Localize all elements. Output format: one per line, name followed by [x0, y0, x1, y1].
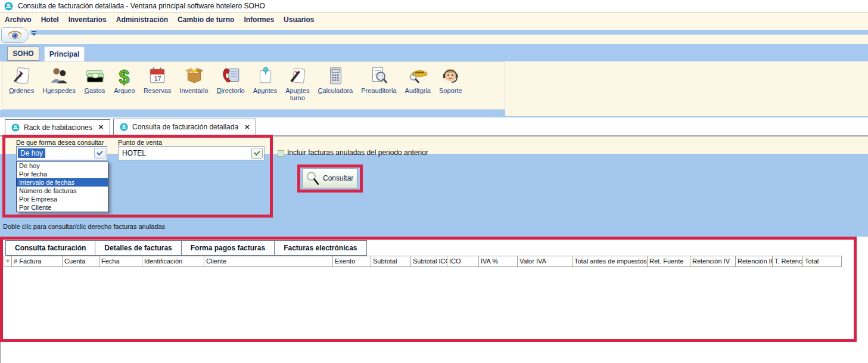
- pos-label: Punto de venta: [118, 139, 162, 146]
- orders-note-icon: [11, 66, 32, 86]
- menu-item-usuarios[interactable]: Usuarios: [279, 15, 319, 24]
- toolbar-options-icon[interactable]: [31, 31, 37, 38]
- results-tab-forma-pagos-facturas[interactable]: Forma pagos facturas: [181, 240, 275, 256]
- svg-text:$: $: [119, 66, 129, 86]
- menu-item-informes[interactable]: Informes: [239, 15, 279, 24]
- inventory-box-icon: [183, 65, 205, 86]
- ribbon-button-label: Preauditoria: [361, 87, 396, 94]
- grid-column-header-cuenta[interactable]: Cuenta: [63, 256, 99, 266]
- consultar-button[interactable]: Consultar: [302, 168, 357, 188]
- menu-item-cambio-de-turno[interactable]: Cambio de turno: [173, 15, 239, 24]
- dropdown-option-de-hoy[interactable]: De hoy: [17, 162, 108, 170]
- reservations-calendar-icon: 17: [147, 65, 168, 86]
- expenses-money-icon: [84, 65, 105, 86]
- ribbon-button-directorio[interactable]: Directorio: [213, 63, 249, 94]
- query-mode-dropdown-list: De hoyPor fechaIntervalo de fechasNúmero…: [16, 161, 108, 212]
- results-tab-detalles-de-facturas[interactable]: Detalles de facturas: [95, 240, 181, 256]
- ribbon-button-reservas[interactable]: 17Reservas: [139, 63, 175, 94]
- menu-item-hotel[interactable]: Hotel: [36, 15, 64, 24]
- quick-access-toolbar: [0, 27, 868, 44]
- calculator-icon: [325, 65, 346, 86]
- close-icon[interactable]: ✕: [244, 123, 250, 131]
- dropdown-option-numero-de-facturas[interactable]: Número de facturas: [17, 187, 108, 195]
- grid-column-header-iva-[interactable]: IVA %: [479, 256, 518, 266]
- shift-notes-pen-icon: [287, 65, 308, 86]
- grid-column-header-identificacion[interactable]: Identificación: [142, 256, 204, 266]
- eye-button[interactable]: [1, 27, 29, 43]
- audit-hat-magnifier-icon: [407, 65, 428, 86]
- grid-column-header-t-retencio[interactable]: T. Retencio: [773, 256, 803, 266]
- grid-column-header-total-antes-de-impuestos[interactable]: Total antes de impuestos: [573, 256, 648, 266]
- notes-pin-icon: [254, 65, 276, 86]
- query-mode-label: De que forma desea consultar: [16, 139, 104, 146]
- ribbon-button-label: Arqueo: [114, 87, 135, 94]
- chevron-down-icon[interactable]: [251, 148, 263, 159]
- ribbon-button-huespedes[interactable]: Huespedes: [38, 63, 80, 94]
- grid-column-header-exento[interactable]: Exento: [333, 256, 371, 266]
- document-tab-label: Rack de habitaciones: [24, 123, 92, 132]
- pos-combobox[interactable]: HOTEL: [118, 146, 265, 160]
- grid-header-row: ✳# FacturaCuentaFechaIdentificaciónClien…: [4, 256, 842, 267]
- grid-body[interactable]: [4, 267, 853, 337]
- query-mode-combobox[interactable]: De hoy: [16, 146, 107, 160]
- cash-dollar-icon: $: [114, 66, 135, 86]
- ribbon-button-preauditoria[interactable]: Preauditoria: [357, 63, 400, 94]
- menu-item-archivo[interactable]: Archivo: [0, 15, 36, 24]
- chevron-down-icon[interactable]: [94, 148, 105, 159]
- grid-column-header--factura[interactable]: # Factura: [12, 256, 63, 266]
- guests-people-icon: [49, 66, 69, 86]
- tab-principal[interactable]: Principal: [44, 46, 85, 61]
- close-icon[interactable]: ✕: [98, 123, 104, 131]
- directory-phone-icon: [220, 66, 241, 86]
- ribbon-under-strip: [0, 110, 505, 116]
- calculator-icon: [325, 66, 346, 86]
- grid-column-header-ret-fuente[interactable]: Ret. Fuente: [648, 256, 690, 266]
- dropdown-option-por-fecha[interactable]: Por fecha: [17, 170, 108, 178]
- tab-soho[interactable]: SOHO: [7, 46, 39, 61]
- ribbon-button-apuntes-turno[interactable]: Apuntesturno: [281, 63, 313, 101]
- soho-bubble-icon: [4, 2, 13, 11]
- dropdown-option-por-cliente[interactable]: Por Cliente: [17, 203, 108, 212]
- menu-item-administracion[interactable]: Administración: [111, 15, 173, 24]
- include-voided-checkbox[interactable]: [278, 150, 284, 157]
- menu-bar: ArchivoHotelInventariosAdministraciónCam…: [0, 13, 868, 27]
- menu-item-inventarios[interactable]: Inventarios: [64, 15, 111, 24]
- grid-column-header-retencion-ic[interactable]: Retención IC: [736, 256, 773, 266]
- left-edge-line: [0, 342, 1, 363]
- query-mode-value: De hoy: [18, 148, 45, 158]
- ribbon-button-auditoria[interactable]: Auditoria: [401, 63, 435, 94]
- grid-column-header-fecha[interactable]: Fecha: [99, 256, 142, 266]
- dropdown-option-por-empresa[interactable]: Por Empresa: [17, 195, 108, 203]
- grid-column-header-subtotal-ico[interactable]: Subtotal ICO: [411, 256, 447, 266]
- document-tab-rack-de-habitaciones[interactable]: Rack de habitaciones✕: [5, 119, 110, 135]
- results-tab-consulta-facturacion[interactable]: Consulta facturación: [5, 240, 95, 256]
- grid-column-header-subtotal[interactable]: Subtotal: [371, 256, 411, 266]
- ribbon-button-apuntes[interactable]: Apuntes: [249, 63, 281, 94]
- app-window: Consulta de facturación detallada - Vent…: [0, 0, 868, 363]
- grid-column-header-valor-iva[interactable]: Valor IVA: [518, 256, 573, 266]
- reservations-calendar-icon: 17: [147, 66, 167, 86]
- pos-value: HOTEL: [122, 149, 146, 157]
- grid-column-header-total[interactable]: Total: [803, 256, 842, 266]
- grid-column-header-retencion-iv[interactable]: Retención IV: [690, 256, 736, 266]
- ribbon-button-label: Ordenes: [9, 87, 34, 94]
- dropdown-option-intervalo-de-fechas[interactable]: Intervalo de fechas: [17, 178, 108, 187]
- ribbon: OrdenesHuespedesGastos$Arqueo17ReservasI…: [0, 61, 868, 117]
- ribbon-button-label: Gastos: [84, 87, 105, 94]
- ribbon-button-soporte[interactable]: Soporte: [435, 63, 466, 94]
- consultar-label: Consultar: [323, 174, 353, 182]
- ribbon-button-arqueo[interactable]: $Arqueo: [110, 63, 139, 94]
- ribbon-button-ordenes[interactable]: Ordenes: [5, 63, 38, 94]
- grid-column-header-ico[interactable]: ICO: [447, 256, 479, 266]
- ribbon-button-label: Auditoria: [405, 87, 431, 94]
- document-tab-consulta-de-facturacion-detallada[interactable]: Consulta de facturación detallada✕: [113, 119, 256, 135]
- grid-column-header-cliente[interactable]: Cliente: [204, 256, 333, 266]
- document-tab-strip: Rack de habitaciones✕Consulta de factura…: [0, 117, 868, 136]
- soho-bubble-icon: [11, 123, 20, 132]
- results-tab-facturas-electronicas[interactable]: Facturas electrónicas: [274, 240, 366, 256]
- ribbon-button-inventario[interactable]: Inventario: [175, 63, 212, 94]
- ribbon-button-gastos[interactable]: Gastos: [80, 63, 110, 94]
- preaudit-doc-magnifier-icon: [368, 65, 390, 86]
- ribbon-button-calculadora[interactable]: Calculadora: [314, 63, 357, 94]
- include-voided-label: Incluir facturas anuladas del periodo an…: [287, 148, 428, 157]
